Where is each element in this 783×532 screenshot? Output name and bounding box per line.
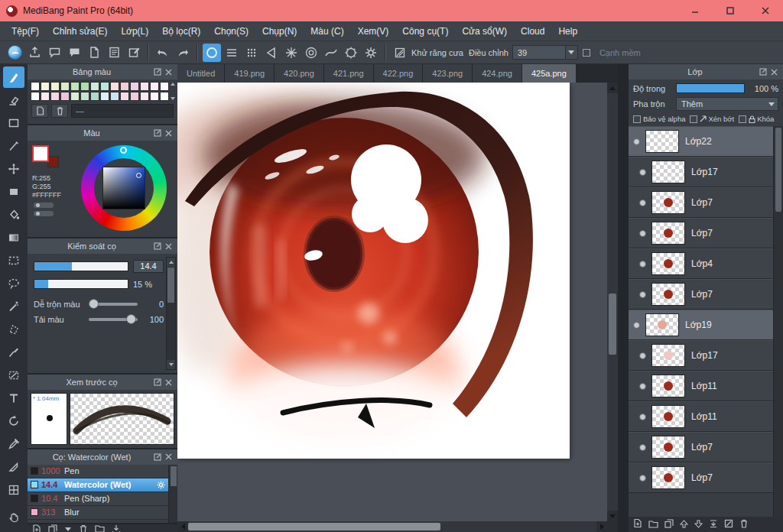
fill-rect-tool[interactable] [3, 181, 24, 203]
clear-layer-button[interactable] [724, 517, 733, 531]
tab-425a-active[interactable]: 425a.png [522, 64, 577, 83]
add-layer-button[interactable] [633, 517, 642, 531]
hand-tool[interactable] [3, 508, 24, 529]
layer-thumbnail[interactable] [651, 161, 685, 183]
rotate-canvas-tool[interactable] [3, 410, 24, 432]
gradient-tool[interactable] [3, 227, 24, 248]
brush-tool[interactable] [3, 66, 24, 88]
layer-row[interactable]: Lớp22 [629, 126, 773, 157]
scroll-up-icon[interactable] [607, 83, 618, 93]
color-mini-slider[interactable] [34, 211, 54, 216]
eraser-tool[interactable] [3, 89, 24, 111]
layer-thumbnail[interactable] [651, 191, 685, 214]
edit-post-button[interactable] [125, 44, 143, 62]
layer-thumbnail[interactable] [651, 436, 685, 459]
color-swatch[interactable] [150, 82, 159, 91]
select-rect-tool[interactable] [3, 112, 24, 134]
layer-visibility-dot[interactable] [639, 169, 646, 176]
menu-layer[interactable]: Lớp(L) [114, 21, 155, 41]
color-wheel[interactable] [81, 145, 167, 231]
brush-mode-button[interactable] [203, 44, 221, 62]
close-panel-icon[interactable] [768, 66, 779, 77]
marquee-select-tool[interactable] [3, 250, 24, 271]
close-panel-icon[interactable] [163, 128, 174, 138]
add-folder-button[interactable] [648, 517, 658, 531]
select-eraser-tool[interactable] [3, 365, 24, 386]
color-swatch[interactable] [80, 82, 89, 91]
layer-row[interactable]: Lớp7 [629, 218, 773, 248]
eyedropper-tool[interactable] [3, 433, 24, 455]
ruler-settings-button[interactable] [362, 44, 380, 62]
move-layer-up-button[interactable] [680, 517, 688, 531]
load-color-slider[interactable] [89, 318, 138, 321]
tab-420[interactable]: 420.png [275, 64, 324, 83]
brush-size-value[interactable]: 14.4 [133, 260, 164, 273]
tab-423[interactable]: 423.png [423, 64, 473, 83]
brush-menu-button[interactable] [64, 524, 72, 532]
layer-visibility-dot[interactable] [639, 444, 646, 451]
color-swatch[interactable] [140, 92, 149, 101]
popout-icon[interactable] [152, 241, 163, 251]
brush-item[interactable]: 10.4 Pen (Sharp) [28, 492, 168, 506]
palette-scroll-spinner[interactable] [169, 82, 176, 101]
drawing-canvas[interactable] [177, 83, 570, 459]
merge-layer-button[interactable] [709, 517, 718, 531]
scroll-right-icon[interactable] [596, 521, 607, 532]
color-swatch[interactable] [60, 82, 70, 91]
brush-item-selected[interactable]: 14.4 Watercolor (Wet) [28, 478, 168, 492]
color-swatch[interactable] [140, 82, 149, 91]
menu-tools[interactable]: Công cụ(T) [395, 21, 455, 41]
layer-row[interactable]: Lớp17 [629, 157, 773, 187]
adjust-dropdown[interactable]: 39 [512, 45, 578, 60]
layer-visibility-dot[interactable] [639, 414, 646, 420]
color-swatch[interactable] [31, 92, 40, 101]
menu-edit[interactable]: Chỉnh sửa(E) [46, 21, 114, 41]
publish-button[interactable] [25, 44, 44, 62]
color-swatch[interactable] [70, 92, 80, 101]
layer-visibility-dot[interactable] [639, 383, 646, 390]
brush-settings-gear-icon[interactable] [157, 481, 165, 489]
magic-wand-tool[interactable] [3, 296, 24, 317]
concentric-ruler-button[interactable] [302, 44, 320, 62]
layer-thumbnail[interactable] [651, 283, 685, 306]
layer-opacity-slider[interactable] [676, 83, 745, 93]
delete-layer-button[interactable] [739, 517, 749, 531]
protect-alpha-checkbox[interactable]: Bảo vệ alpha [633, 115, 685, 123]
polygon-select-tool[interactable] [3, 319, 24, 340]
color-swatch[interactable] [50, 82, 60, 91]
tab-419[interactable]: 419.png [225, 64, 275, 83]
tab-untitled[interactable]: Untitled [177, 64, 225, 83]
menu-window[interactable]: Cửa sổ(W) [455, 21, 514, 41]
layer-row[interactable]: Lớp11 [629, 371, 773, 401]
close-panel-icon[interactable] [163, 377, 174, 388]
brush-item[interactable]: 313 Blur [28, 506, 168, 520]
text-tool[interactable] [3, 388, 24, 409]
menu-file[interactable]: Tệp(F) [5, 21, 46, 41]
layer-visibility-dot[interactable] [633, 138, 640, 145]
popout-icon[interactable] [152, 377, 163, 388]
move-layer-down-button[interactable] [694, 517, 703, 531]
layer-thumbnail[interactable] [651, 222, 685, 245]
brush-item[interactable]: 1000 Pen [28, 465, 168, 478]
menu-cloud[interactable]: Cloud [514, 21, 551, 41]
layer-row[interactable]: Lớp4 [629, 248, 773, 279]
layer-thumbnail[interactable] [651, 252, 685, 275]
cloud-save-button[interactable] [5, 44, 24, 62]
document-list-button[interactable] [105, 44, 123, 62]
mix-color-slider[interactable] [89, 303, 138, 306]
delete-color-button[interactable] [51, 104, 68, 118]
menu-view[interactable]: Xem(V) [351, 21, 396, 41]
pen-tool[interactable] [3, 135, 24, 157]
tab-422[interactable]: 422.png [374, 64, 424, 83]
color-swatch[interactable] [100, 92, 109, 101]
color-swatch[interactable] [41, 82, 50, 91]
undo-button[interactable] [154, 44, 172, 62]
chat-button[interactable] [65, 44, 83, 62]
brush-list-scrollbar[interactable] [168, 465, 177, 523]
vanishing-ruler-button[interactable] [262, 44, 281, 62]
layer-row[interactable]: Lớp7 [629, 279, 773, 310]
canvas-horizontal-scrollbar[interactable] [177, 521, 607, 532]
color-swatch[interactable] [130, 92, 139, 101]
layer-thumbnail[interactable] [651, 466, 685, 489]
color-swatch[interactable] [160, 92, 169, 101]
